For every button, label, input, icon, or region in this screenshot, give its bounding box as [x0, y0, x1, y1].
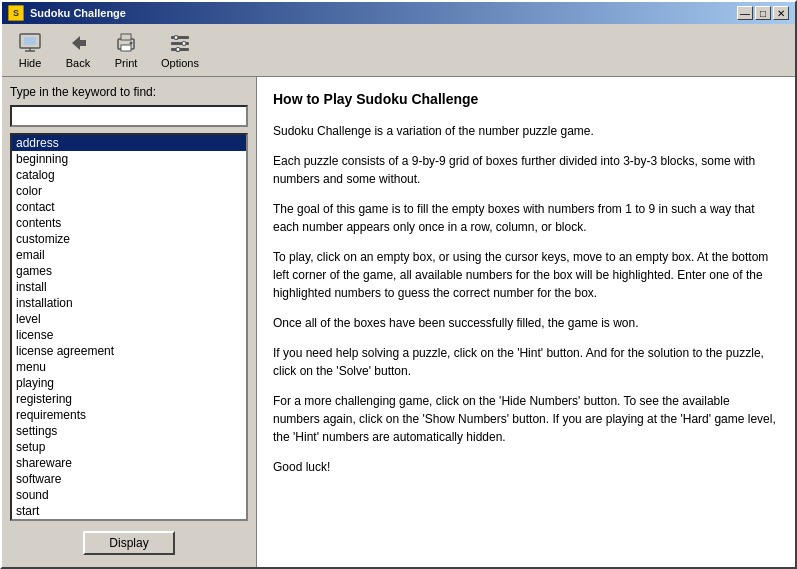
keyword-item-sudoku[interactable]: sudoku	[12, 519, 246, 521]
keyword-item-install[interactable]: install	[12, 279, 246, 295]
keyword-item-color[interactable]: color	[12, 183, 246, 199]
keyword-item-customize[interactable]: customize	[12, 231, 246, 247]
options-label: Options	[161, 57, 199, 69]
content-paragraph-3: To play, click on an empty box, or using…	[273, 248, 779, 302]
print-button[interactable]: Print	[106, 28, 146, 72]
content-paragraph-1: Each puzzle consists of a 9-by-9 grid of…	[273, 152, 779, 188]
right-panel: How to Play Sudoku Challenge Sudoku Chal…	[257, 77, 795, 567]
minimize-button[interactable]: —	[737, 6, 753, 20]
back-label: Back	[66, 57, 90, 69]
svg-rect-7	[121, 34, 131, 40]
main-window: S Sudoku Challenge — □ ✕ Hide	[0, 0, 797, 569]
title-controls: — □ ✕	[737, 6, 789, 20]
options-icon	[168, 31, 192, 55]
keyword-item-software[interactable]: software	[12, 471, 246, 487]
keyword-item-address[interactable]: address	[12, 135, 246, 151]
keyword-item-playing[interactable]: playing	[12, 375, 246, 391]
close-button[interactable]: ✕	[773, 6, 789, 20]
keyword-item-registering[interactable]: registering	[12, 391, 246, 407]
keyword-item-beginning[interactable]: beginning	[12, 151, 246, 167]
svg-point-14	[182, 42, 186, 46]
display-btn-row: Display	[10, 527, 248, 559]
maximize-button[interactable]: □	[755, 6, 771, 20]
search-label: Type in the keyword to find:	[10, 85, 248, 99]
content-paragraph-6: For a more challenging game, click on th…	[273, 392, 779, 446]
keyword-item-catalog[interactable]: catalog	[12, 167, 246, 183]
keyword-item-shareware[interactable]: shareware	[12, 455, 246, 471]
svg-rect-5	[80, 40, 86, 46]
display-button[interactable]: Display	[83, 531, 174, 555]
hide-label: Hide	[19, 57, 42, 69]
hide-button[interactable]: Hide	[10, 28, 50, 72]
keyword-item-menu[interactable]: menu	[12, 359, 246, 375]
keyword-item-setup[interactable]: setup	[12, 439, 246, 455]
keyword-item-settings[interactable]: settings	[12, 423, 246, 439]
keyword-item-contact[interactable]: contact	[12, 199, 246, 215]
svg-point-9	[130, 42, 133, 45]
svg-point-13	[174, 36, 178, 40]
print-label: Print	[115, 57, 138, 69]
main-area: Type in the keyword to find: addressbegi…	[2, 77, 795, 567]
svg-point-15	[176, 48, 180, 52]
keyword-item-license[interactable]: license	[12, 327, 246, 343]
keyword-item-contents[interactable]: contents	[12, 215, 246, 231]
keyword-item-sound[interactable]: sound	[12, 487, 246, 503]
svg-rect-8	[121, 45, 131, 51]
keyword-item-installation[interactable]: installation	[12, 295, 246, 311]
content-paragraph-7: Good luck!	[273, 458, 779, 476]
keyword-item-level[interactable]: level	[12, 311, 246, 327]
options-button[interactable]: Options	[154, 28, 206, 72]
keyword-item-license-agreement[interactable]: license agreement	[12, 343, 246, 359]
keyword-list: addressbeginningcatalogcolorcontactconte…	[10, 133, 248, 521]
svg-rect-3	[24, 37, 36, 45]
hide-icon	[18, 31, 42, 55]
window-title: Sudoku Challenge	[30, 7, 126, 19]
left-panel: Type in the keyword to find: addressbegi…	[2, 77, 257, 567]
search-input[interactable]	[10, 105, 248, 127]
title-bar: S Sudoku Challenge — □ ✕	[2, 2, 795, 24]
toolbar: Hide Back Print	[2, 24, 795, 77]
back-icon	[66, 31, 90, 55]
app-icon: S	[8, 5, 24, 21]
content-paragraph-5: If you need help solving a puzzle, click…	[273, 344, 779, 380]
back-button[interactable]: Back	[58, 28, 98, 72]
keyword-item-email[interactable]: email	[12, 247, 246, 263]
svg-marker-4	[72, 36, 80, 50]
title-bar-left: S Sudoku Challenge	[8, 5, 126, 21]
content-title: How to Play Sudoku Challenge	[273, 89, 779, 110]
keyword-item-requirements[interactable]: requirements	[12, 407, 246, 423]
keyword-item-games[interactable]: games	[12, 263, 246, 279]
print-icon	[114, 31, 138, 55]
keyword-item-start[interactable]: start	[12, 503, 246, 519]
content-paragraph-0: Sudoku Challenge is a variation of the n…	[273, 122, 779, 140]
content-paragraph-2: The goal of this game is to fill the emp…	[273, 200, 779, 236]
content-paragraph-4: Once all of the boxes have been successf…	[273, 314, 779, 332]
